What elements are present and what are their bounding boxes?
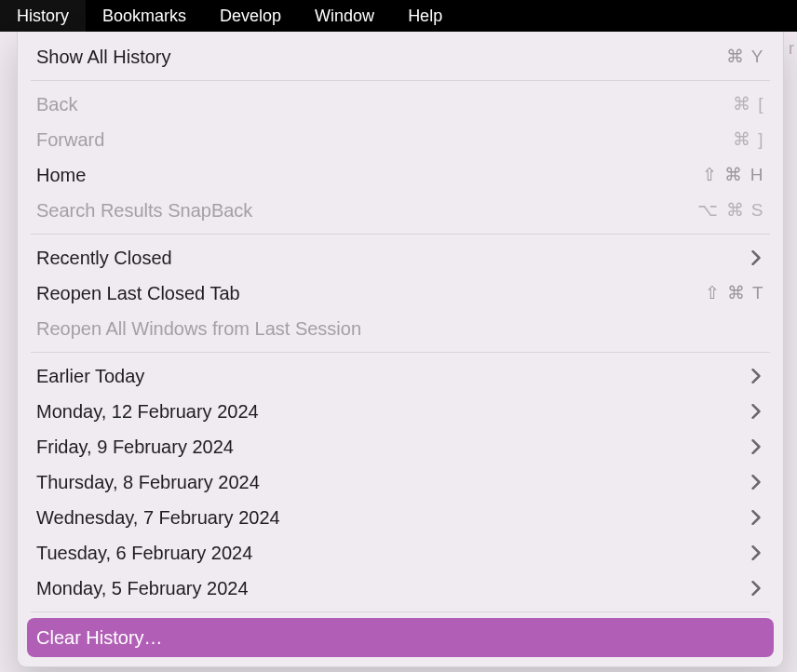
- menu-history-day[interactable]: Tuesday, 6 February 2024: [18, 535, 783, 571]
- menu-shortcut: ⌥ ⌘ S: [697, 197, 764, 223]
- menu-history-day[interactable]: Friday, 9 February 2024: [18, 429, 783, 464]
- chevron-right-icon: [748, 250, 764, 265]
- menu-separator: [31, 612, 770, 612]
- menu-label: Earlier Today: [36, 363, 144, 389]
- chevron-right-icon: [748, 510, 764, 525]
- menubar-item-window[interactable]: Window: [298, 0, 391, 32]
- menu-label: Search Results SnapBack: [36, 197, 252, 223]
- history-dropdown: Show All History ⌘ Y Back ⌘ [ Forward ⌘ …: [17, 32, 784, 667]
- menubar-item-develop[interactable]: Develop: [203, 0, 298, 32]
- menu-back: Back ⌘ [: [18, 87, 783, 122]
- menu-shortcut: ⌘ Y: [726, 44, 764, 70]
- menu-label: Thursday, 8 February 2024: [36, 469, 260, 495]
- menu-shortcut: ⇧ ⌘ H: [702, 162, 764, 188]
- menu-label: Forward: [36, 127, 104, 153]
- menu-history-earlier-today[interactable]: Earlier Today: [18, 358, 783, 394]
- menu-reopen-last-closed-tab[interactable]: Reopen Last Closed Tab ⇧ ⌘ T: [18, 276, 783, 311]
- chevron-right-icon: [748, 545, 764, 560]
- menubar-item-bookmarks[interactable]: Bookmarks: [86, 0, 203, 32]
- menu-history-day[interactable]: Thursday, 8 February 2024: [18, 464, 783, 500]
- menubar-label: Help: [408, 7, 442, 26]
- menu-search-snapback: Search Results SnapBack ⌥ ⌘ S: [18, 193, 783, 228]
- menu-label: Reopen All Windows from Last Session: [36, 316, 361, 342]
- menu-label: Show All History: [36, 44, 171, 70]
- menu-history-day[interactable]: Wednesday, 7 February 2024: [18, 500, 783, 535]
- menu-label: Friday, 9 February 2024: [36, 434, 234, 460]
- menu-label: Tuesday, 6 February 2024: [36, 540, 252, 566]
- chevron-right-icon: [748, 369, 764, 383]
- menubar: History Bookmarks Develop Window Help: [0, 0, 797, 32]
- menu-label: Recently Closed: [36, 245, 172, 271]
- background-truncated-text: r: [786, 32, 797, 65]
- menu-show-all-history[interactable]: Show All History ⌘ Y: [18, 39, 783, 74]
- menubar-label: Bookmarks: [102, 7, 186, 26]
- menu-home[interactable]: Home ⇧ ⌘ H: [18, 157, 783, 193]
- menu-forward: Forward ⌘ ]: [18, 122, 783, 157]
- menubar-label: Window: [315, 7, 374, 26]
- menu-history-day[interactable]: Monday, 5 February 2024: [18, 571, 783, 606]
- menubar-label: History: [17, 7, 69, 26]
- menu-label: Monday, 5 February 2024: [36, 575, 249, 601]
- menu-label: Home: [36, 162, 86, 188]
- menu-label: Reopen Last Closed Tab: [36, 280, 240, 306]
- menubar-item-help[interactable]: Help: [391, 0, 459, 32]
- menu-label: Wednesday, 7 February 2024: [36, 504, 280, 531]
- menu-reopen-all-windows: Reopen All Windows from Last Session: [18, 311, 783, 346]
- menu-label: Back: [36, 91, 77, 117]
- menu-separator: [31, 234, 770, 235]
- menu-shortcut: ⌘ [: [733, 91, 764, 117]
- chevron-right-icon: [748, 475, 764, 490]
- menu-clear-history[interactable]: Clear History…: [27, 618, 774, 657]
- chevron-right-icon: [748, 404, 764, 419]
- menu-shortcut: ⇧ ⌘ T: [705, 280, 764, 306]
- chevron-right-icon: [748, 439, 764, 454]
- menu-label: Clear History…: [36, 625, 163, 651]
- chevron-right-icon: [748, 581, 764, 596]
- menu-label: Monday, 12 February 2024: [36, 398, 259, 424]
- menubar-label: Develop: [220, 7, 281, 26]
- menu-separator: [31, 80, 770, 81]
- menu-history-day[interactable]: Monday, 12 February 2024: [18, 394, 783, 429]
- menu-shortcut: ⌘ ]: [733, 127, 764, 153]
- menubar-item-history[interactable]: History: [0, 0, 86, 32]
- menu-recently-closed[interactable]: Recently Closed: [18, 240, 783, 276]
- menu-separator: [31, 352, 770, 353]
